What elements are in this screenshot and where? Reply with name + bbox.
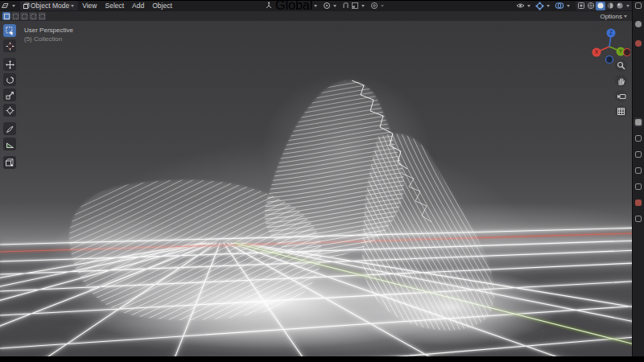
object-visibility-icon[interactable] (516, 2, 525, 10)
output-tab[interactable] (635, 151, 642, 158)
viewlayer-tab[interactable] (635, 167, 642, 174)
scene-tab[interactable] (635, 183, 642, 190)
tool-cursor[interactable] (3, 39, 16, 52)
toggle-perspective-icon[interactable] (615, 105, 627, 117)
properties-editor-icon[interactable] (635, 2, 642, 9)
tool-settings-bar: Options (0, 11, 633, 21)
overlays-caret[interactable] (567, 5, 570, 7)
tool-rotate[interactable] (3, 73, 16, 86)
options-label: Options (600, 13, 622, 20)
mode-caret (71, 5, 74, 7)
blender-window: { "header": { "editor_icon": "3d-viewpor… (0, 0, 644, 362)
viewport-nav-buttons (615, 60, 627, 117)
menu-object[interactable]: Object (148, 2, 176, 10)
transform-orientation-icon (265, 2, 273, 10)
letterbox-bottom (0, 356, 644, 362)
tool-select-box[interactable] (3, 24, 16, 37)
editor-type-caret[interactable] (12, 5, 15, 7)
visibility-caret[interactable] (527, 5, 530, 7)
options-dropdown[interactable]: Options (600, 11, 630, 21)
tool-add-cube[interactable] (3, 156, 16, 169)
right-panel-edge (632, 0, 644, 356)
header-right-controls (515, 0, 633, 11)
object-mode-cube-icon (23, 2, 30, 10)
show-overlays-icon[interactable] (555, 2, 564, 10)
view-name-text: User Perspective (24, 26, 73, 35)
editor-type-icon[interactable] (1, 2, 10, 10)
menu-add[interactable]: Add (128, 2, 148, 10)
orientation-caret[interactable] (314, 5, 317, 7)
camera-view-icon[interactable] (615, 90, 627, 102)
shading-caret[interactable] (626, 5, 630, 7)
gizmos-caret[interactable] (547, 5, 550, 7)
shading-material-icon[interactable] (605, 2, 615, 10)
shading-rendered-icon[interactable] (615, 2, 625, 10)
tool-annotate[interactable] (3, 122, 16, 135)
tool-measure[interactable] (3, 138, 16, 150)
viewport-scene (0, 21, 633, 356)
options-caret (624, 15, 627, 18)
gizmo-z-label: Z (609, 30, 613, 35)
collection-text: (5) Collection (24, 35, 73, 43)
select-mode-invert[interactable] (29, 12, 37, 20)
header-center-controls: Global (264, 0, 386, 11)
toggle-xray-icon[interactable] (576, 2, 586, 10)
gizmo-x-label: X (595, 49, 599, 55)
record-icon[interactable] (635, 40, 642, 47)
shading-group (576, 1, 633, 10)
select-mode-set[interactable] (2, 12, 10, 20)
viewport-overlay-text: User Perspective (5) Collection (24, 26, 73, 43)
falloff-caret[interactable] (381, 5, 384, 7)
snap-magnet-icon[interactable] (342, 2, 349, 10)
gizmo-y-label: Y (619, 48, 623, 54)
tool-move[interactable] (3, 58, 16, 71)
tool-tab[interactable] (635, 119, 642, 125)
zoom-icon[interactable] (615, 60, 627, 72)
pivot-caret[interactable] (333, 5, 336, 7)
select-mode-intersect[interactable] (38, 12, 46, 20)
letterbox-top (0, 0, 644, 1)
render-tab[interactable] (635, 135, 642, 142)
object-tab[interactable] (635, 216, 642, 222)
camera-icon[interactable] (635, 21, 642, 27)
pan-hand-icon[interactable] (615, 75, 627, 87)
tool-scale[interactable] (3, 88, 16, 101)
select-mode-buttons (2, 12, 46, 20)
mode-label: Object Mode (31, 2, 69, 10)
gizmo-neg-x-axis (624, 49, 631, 56)
show-gizmos-icon[interactable] (535, 2, 544, 10)
world-tab[interactable] (635, 200, 642, 206)
gizmo-neg-z-axis (606, 56, 613, 64)
mode-dropdown[interactable]: Object Mode (20, 1, 78, 10)
3d-viewport[interactable]: User Perspective (5) Collection (0, 21, 633, 356)
select-mode-extend[interactable] (11, 12, 19, 20)
pivot-point-icon[interactable] (323, 2, 331, 10)
tool-transform[interactable] (3, 104, 16, 117)
shading-wireframe-icon[interactable] (586, 2, 596, 10)
proportional-editing-icon[interactable] (370, 2, 378, 10)
toolbar (3, 24, 16, 169)
select-mode-subtract[interactable] (20, 12, 28, 20)
snap-caret[interactable] (361, 5, 365, 7)
snap-target-icon[interactable] (351, 2, 359, 10)
shading-solid-icon[interactable] (596, 2, 605, 10)
menu-view[interactable]: View (78, 2, 101, 10)
menu-select[interactable]: Select (101, 2, 128, 10)
